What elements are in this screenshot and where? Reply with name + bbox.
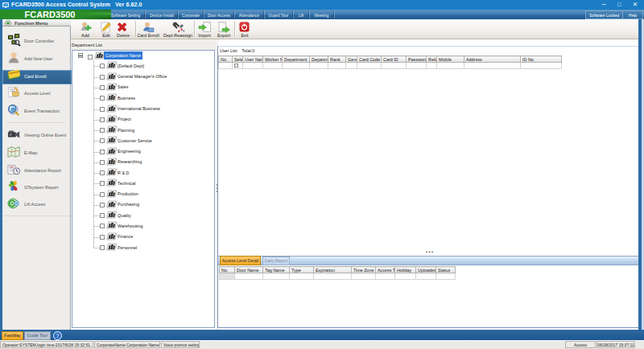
svg-text:?: ? [56,333,60,339]
